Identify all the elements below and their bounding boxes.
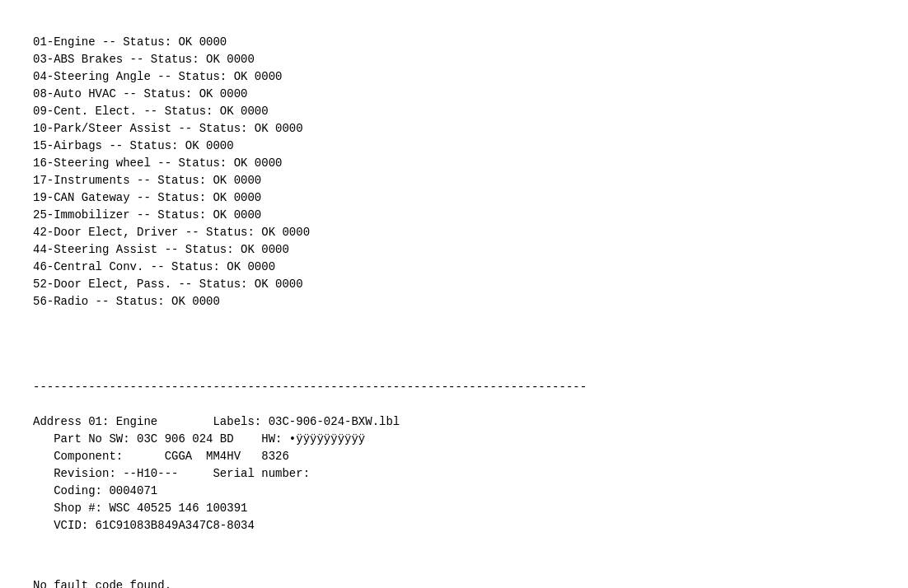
spacer-1 — [33, 345, 875, 362]
fault-section: No fault code found.Readiness: 0000 0000 — [33, 577, 875, 588]
address-block-line: VCID: 61C91083B849A347C8-8034 — [33, 517, 875, 534]
system-list-item: 10-Park/Steer Assist -- Status: OK 0000 — [33, 120, 875, 138]
address-block-line: Address 01: Engine Labels: 03C-906-024-B… — [33, 413, 875, 431]
system-list-item: 01-Engine -- Status: OK 0000 — [33, 34, 875, 51]
main-content: 01-Engine -- Status: OK 000003-ABS Brake… — [33, 16, 875, 588]
address-block-line: Revision: --H10--- Serial number: — [33, 465, 875, 483]
system-list-item: 09-Cent. Elect. -- Status: OK 0000 — [33, 103, 875, 120]
address-block-line: Part No SW: 03C 906 024 BD HW: •ÿÿÿÿÿÿÿÿ… — [33, 431, 875, 448]
address-block-line: Component: CGGA MM4HV 8326 — [33, 448, 875, 465]
system-list-item: 44-Steering Assist -- Status: OK 0000 — [33, 241, 875, 259]
system-list-item: 16-Steering wheel -- Status: OK 0000 — [33, 155, 875, 172]
spacer-2 — [33, 552, 875, 560]
system-list: 01-Engine -- Status: OK 000003-ABS Brake… — [33, 34, 875, 310]
fault-line: No fault code found. — [33, 577, 875, 588]
address-block-line: Shop #: WSC 40525 146 100391 — [33, 500, 875, 517]
system-list-item: 19-CAN Gateway -- Status: OK 0000 — [33, 189, 875, 207]
system-list-item: 04-Steering Angle -- Status: OK 0000 — [33, 68, 875, 86]
system-list-item: 56-Radio -- Status: OK 0000 — [33, 293, 875, 310]
system-list-item: 42-Door Elect, Driver -- Status: OK 0000 — [33, 224, 875, 241]
address-block: Address 01: Engine Labels: 03C-906-024-B… — [33, 413, 875, 534]
system-list-item: 25-Immobilizer -- Status: OK 0000 — [33, 207, 875, 224]
divider-1: ----------------------------------------… — [33, 379, 875, 396]
system-list-item: 17-Instruments -- Status: OK 0000 — [33, 172, 875, 189]
system-list-item: 08-Auto HVAC -- Status: OK 0000 — [33, 86, 875, 103]
system-list-item: 15-Airbags -- Status: OK 0000 — [33, 138, 875, 155]
system-list-item: 03-ABS Brakes -- Status: OK 0000 — [33, 51, 875, 68]
system-list-item: 52-Door Elect, Pass. -- Status: OK 0000 — [33, 276, 875, 293]
address-block-line: Coding: 0004071 — [33, 483, 875, 500]
system-list-item: 46-Central Conv. -- Status: OK 0000 — [33, 259, 875, 276]
